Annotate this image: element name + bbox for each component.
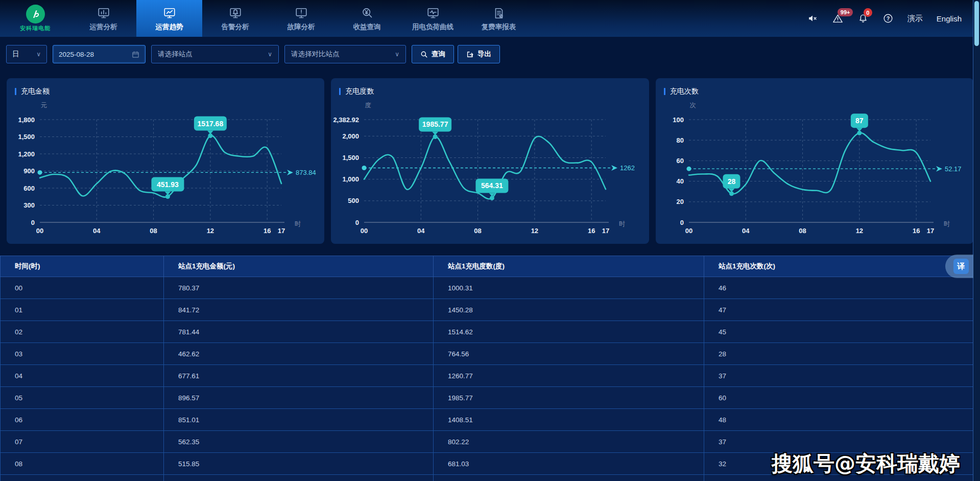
svg-text:2,000: 2,000: [343, 132, 360, 140]
table-cell: 08: [1, 453, 164, 475]
chart-card-title: 充电金额: [7, 78, 324, 96]
nav-item-alarm-analysis[interactable]: 告警分析: [202, 0, 268, 37]
logo-icon: [26, 5, 45, 24]
svg-text:2,382.92: 2,382.92: [333, 116, 360, 124]
monitor-wave-icon: [426, 7, 440, 20]
alerts-button[interactable]: 99+: [832, 13, 844, 25]
date-picker[interactable]: 2025-08-28: [53, 45, 146, 63]
table-cell: 37: [704, 365, 980, 387]
table-cell: 564.31: [434, 475, 704, 481]
svg-text:900: 900: [23, 167, 35, 175]
chart-cards: 充电金额03006009001,2001,5001,80000040812161…: [7, 78, 973, 244]
svg-text:17: 17: [278, 227, 285, 235]
line-chart: 03006009001,2001,5001,800000408121617时元8…: [7, 96, 322, 243]
title-accent-bar: [339, 88, 341, 95]
svg-text:17: 17: [602, 227, 609, 235]
chart-title-text: 充电度数: [345, 87, 374, 96]
query-button[interactable]: 查询: [412, 45, 454, 63]
notification-count-badge: 0: [864, 8, 872, 17]
svg-text:时: 时: [619, 220, 626, 227]
watermark-text: 搜狐号@安科瑞戴婷: [772, 450, 960, 478]
nav-item-operation-trend[interactable]: 运营趋势: [136, 0, 202, 37]
station-placeholder: 请选择站点: [158, 50, 193, 59]
table-column-header: 站点1充电次数(次): [704, 256, 980, 277]
table-cell: 60: [704, 387, 980, 409]
table-cell: 1260.77: [434, 365, 704, 387]
chart-card-title: 充电次数: [656, 78, 973, 96]
chevron-down-icon: ∨: [268, 51, 272, 58]
table-cell: 451.93: [164, 475, 434, 481]
svg-text:08: 08: [799, 227, 806, 235]
svg-text:时: 时: [944, 220, 950, 227]
demo-link[interactable]: 演示: [907, 14, 923, 24]
table-cell: 04: [1, 365, 164, 387]
svg-text:1,500: 1,500: [343, 154, 360, 162]
nav-item-label: 运营分析: [90, 22, 117, 32]
svg-text:60: 60: [676, 157, 683, 165]
topnav-right: 99+ 0 ? 演示 English: [807, 0, 980, 37]
svg-text:28: 28: [727, 177, 735, 186]
svg-text:?: ?: [887, 16, 890, 21]
nav-item-revenue-query[interactable]: 收益查询: [334, 0, 400, 37]
volume-mute-icon: [807, 13, 818, 24]
period-value: 日: [12, 50, 19, 59]
svg-text:12: 12: [531, 227, 538, 235]
table-header: 时间(时)站点1充电金额(元)站点1充电度数(度)站点1充电次数(次): [1, 256, 980, 277]
help-button[interactable]: ?: [882, 13, 894, 24]
nav-item-load-curve[interactable]: 用电负荷曲线: [400, 0, 466, 37]
nav-item-operation-analysis[interactable]: 运营分析: [70, 0, 136, 37]
table-cell: 1000.31: [434, 277, 704, 299]
svg-text:1262: 1262: [620, 164, 635, 172]
svg-text:0: 0: [355, 219, 359, 226]
table-cell: 1408.51: [434, 409, 704, 431]
scrollbar-thumb[interactable]: [974, 1, 979, 46]
svg-text:80: 80: [676, 136, 683, 144]
monitor-trend-icon: [163, 7, 176, 20]
translate-widget[interactable]: 译: [945, 255, 973, 278]
table-row: 00780.371000.3146: [1, 277, 980, 299]
table-cell: 48: [704, 409, 980, 431]
chart-card-charge-count: 充电次数020406080100000408121617时次52.178728: [656, 78, 973, 244]
export-button[interactable]: 导出: [458, 45, 500, 63]
svg-text:1,200: 1,200: [18, 150, 35, 158]
search-icon: [420, 51, 428, 58]
compare-station-select[interactable]: 请选择对比站点 ∨: [284, 45, 406, 63]
table-cell: 462.62: [164, 343, 434, 365]
svg-text:1985.77: 1985.77: [422, 120, 448, 128]
table-column-header: 站点1充电度数(度): [434, 256, 704, 277]
table-row: 02781.441514.6245: [1, 321, 980, 343]
language-switch[interactable]: English: [937, 14, 962, 23]
svg-text:17: 17: [926, 227, 934, 235]
mute-button[interactable]: [807, 13, 818, 24]
station-select[interactable]: 请选择站点 ∨: [151, 45, 279, 63]
table-cell: 46: [704, 277, 980, 299]
svg-text:451.93: 451.93: [157, 180, 179, 189]
svg-text:08: 08: [150, 227, 157, 235]
svg-text:00: 00: [361, 227, 368, 235]
app-logo: 安科瑞电能: [0, 0, 70, 37]
nav-item-fault-analysis[interactable]: 故障分析: [268, 0, 334, 37]
report-doc-icon: [492, 7, 506, 20]
title-accent-bar: [664, 88, 665, 95]
monitor-bell-icon: [229, 7, 242, 20]
translate-icon[interactable]: 译: [953, 259, 969, 274]
period-select[interactable]: 日 ∨: [6, 45, 47, 63]
nav-item-tariff-report[interactable]: 复费率报表: [466, 0, 532, 37]
title-accent-bar: [15, 88, 16, 95]
calendar-icon: [132, 51, 139, 58]
svg-text:600: 600: [23, 185, 35, 192]
svg-text:40: 40: [676, 177, 683, 185]
svg-text:12: 12: [207, 227, 214, 235]
table-cell: 802.22: [434, 431, 704, 453]
nav-item-label: 运营趋势: [156, 22, 183, 32]
table-row: 03462.62764.5628: [1, 343, 980, 365]
monitor-alert-icon: [295, 7, 308, 20]
compare-placeholder: 请选择对比站点: [291, 50, 340, 59]
table-cell: 00: [1, 277, 164, 299]
notifications-button[interactable]: 0: [857, 13, 869, 24]
svg-text:16: 16: [913, 227, 920, 235]
table-cell: 896.57: [164, 387, 434, 409]
table-row: 06851.011408.5148: [1, 409, 980, 431]
svg-text:52.17: 52.17: [945, 165, 962, 173]
scrollbar-track[interactable]: [973, 0, 980, 481]
